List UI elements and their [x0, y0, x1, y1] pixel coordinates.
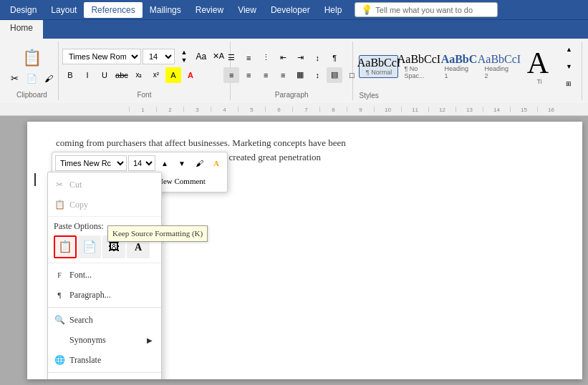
tell-me-search[interactable]: 💡 Tell me what you want to do	[355, 2, 498, 17]
styles-down-btn[interactable]: ▼	[561, 59, 577, 74]
decrease-indent-btn[interactable]: ⇤	[275, 50, 291, 66]
style-no-spacing-preview: AaBbCcI	[397, 54, 440, 65]
ft-size-select[interactable]: 14	[128, 155, 155, 171]
ctx-search[interactable]: 🔍 Search	[48, 310, 161, 330]
text-highlight-btn[interactable]: A	[165, 67, 181, 83]
font-size-controls: ▲ ▼	[176, 49, 192, 64]
subscript-btn[interactable]: x₂	[131, 67, 147, 83]
ctx-paragraph[interactable]: ¶ Paragraph...	[48, 285, 161, 305]
ctx-synonyms[interactable]: Synonyms ▶	[48, 330, 161, 350]
styles-up-btn[interactable]: ▲	[561, 42, 577, 57]
font-color-btn[interactable]: A	[183, 67, 198, 83]
superscript-btn[interactable]: x²	[148, 67, 164, 83]
format-painter-btn[interactable]: 🖌	[41, 71, 57, 87]
align-right-btn[interactable]: ≡	[258, 67, 274, 83]
paste-merge-btn[interactable]: 📄	[78, 235, 101, 258]
menu-mailings[interactable]: Mailings	[143, 2, 188, 18]
style-normal-preview: AaBbCcI	[357, 57, 400, 69]
font-family-select[interactable]: Times New Roman	[62, 49, 141, 64]
ctx-synonyms-label: Synonyms	[69, 333, 143, 346]
ruler-mark: 3	[183, 107, 211, 112]
ft-format-painter-btn[interactable]: 🖌	[191, 155, 207, 171]
clipboard-label: Clipboard	[16, 91, 47, 100]
decrease-font-btn[interactable]: ▼	[176, 57, 192, 64]
search-icon: 🔍	[54, 314, 65, 326]
menu-references[interactable]: References	[84, 2, 142, 18]
font-row1: Times New Roman 14 ▲ ▼ Aa ✕A	[62, 49, 226, 64]
align-left-btn[interactable]: ≡	[223, 67, 239, 83]
paste-btn[interactable]: 📋	[20, 47, 43, 69]
style-title-preview: A	[527, 48, 551, 78]
style-heading1-label: Heading 1	[444, 65, 473, 79]
ctx-search-label: Search	[69, 313, 153, 326]
justify-btn[interactable]: ≡	[275, 67, 291, 83]
change-case-btn[interactable]: Aa	[193, 49, 209, 64]
ctx-translate[interactable]: 🌐 Translate	[48, 350, 161, 370]
search-placeholder: Tell me what you want to do	[375, 6, 473, 14]
menu-layout[interactable]: Layout	[44, 2, 84, 18]
paste-keep-source-btn[interactable]: 📋	[54, 235, 77, 258]
ctx-font[interactable]: F Font...	[48, 265, 161, 285]
document-page[interactable]: coming from purchasers that affect busin…	[27, 122, 582, 379]
ctx-link[interactable]: 🔗 Link	[48, 375, 161, 379]
bold-btn[interactable]: B	[62, 67, 78, 83]
sort-btn[interactable]: ↕	[309, 50, 325, 66]
menu-help[interactable]: Help	[317, 2, 350, 18]
style-heading2[interactable]: AaBbCcI Heading 2	[479, 52, 519, 82]
shading-btn[interactable]: ▤	[327, 67, 342, 83]
copy-btn[interactable]: 📄	[24, 71, 39, 87]
italic-btn[interactable]: I	[79, 67, 95, 83]
ctx-copy[interactable]: 📋 Copy	[48, 195, 161, 215]
ribbon-tabs: Home	[0, 20, 588, 39]
show-hide-btn[interactable]: ¶	[327, 50, 342, 66]
float-toolbar-row1: Times New Rc 14 ▲ ▼ 🖌 A	[55, 155, 224, 171]
increase-font-btn[interactable]: ▲	[176, 49, 192, 57]
menu-developer[interactable]: Developer	[264, 2, 317, 18]
styles-label: Styles	[359, 92, 576, 101]
style-normal[interactable]: AaBbCcI ¶ Normal	[359, 55, 398, 78]
lightbulb-icon: 💡	[361, 4, 372, 15]
column-btn[interactable]: ▦	[292, 67, 308, 83]
ribbon-group-paragraph: ☰ ≡ ⋮ ⇤ ⇥ ↕ ¶ ≡ ≡ ≡ ≡ ▦ ↕ ▤ □ Paragraph	[231, 42, 354, 100]
numbering-btn[interactable]: ≡	[241, 50, 256, 66]
menu-design[interactable]: Design	[3, 2, 44, 18]
align-center-btn[interactable]: ≡	[241, 67, 256, 83]
ctx-separator1	[48, 307, 161, 308]
ctx-copy-label: Copy	[69, 198, 153, 211]
cut-btn[interactable]: ✂	[6, 71, 22, 87]
underline-btn[interactable]: U	[97, 67, 112, 83]
ft-text-color-btn[interactable]: A	[208, 155, 224, 171]
ft-font-select[interactable]: Times New Rc	[55, 155, 127, 171]
menu-view[interactable]: View	[231, 2, 264, 18]
line-spacing-btn[interactable]: ↕	[309, 67, 325, 83]
cursor	[34, 173, 36, 186]
ruler-mark: 8	[319, 107, 347, 112]
ctx-translate-label: Translate	[69, 354, 153, 366]
ft-shrink-btn[interactable]: ▼	[174, 155, 190, 171]
styles-more-btn[interactable]: ⊞	[561, 76, 577, 92]
increase-indent-btn[interactable]: ⇥	[292, 50, 308, 66]
synonyms-arrow: ▶	[147, 335, 153, 346]
ctx-cut-label: Cut	[69, 178, 153, 191]
style-heading1[interactable]: AaBbC Heading 1	[439, 52, 478, 82]
strikethrough-btn[interactable]: abc	[114, 67, 130, 83]
ruler-mark: 7	[292, 107, 319, 112]
ribbon-tab-home[interactable]: Home	[0, 20, 43, 39]
ruler-mark: 15	[510, 107, 537, 112]
style-heading2-label: Heading 2	[484, 65, 514, 79]
ruler-mark: 14	[483, 107, 510, 112]
ft-grow-btn[interactable]: ▲	[157, 155, 173, 171]
style-title[interactable]: A Ti	[519, 46, 559, 87]
bullets-btn[interactable]: ☰	[223, 50, 239, 66]
menu-review[interactable]: Review	[188, 2, 231, 18]
ft-new-comment-btn[interactable]: New Comment	[154, 173, 209, 189]
ctx-cut[interactable]: ✂ Cut	[48, 175, 161, 195]
translate-icon: 🌐	[54, 354, 65, 366]
style-no-spacing[interactable]: AaBbCcI ¶ No Spac...	[399, 52, 438, 82]
font-size-select[interactable]: 14	[143, 49, 175, 64]
cut-icon: ✂	[54, 179, 65, 190]
context-menu: ✂ Cut 📋 Copy Paste Options: 📋 📄	[47, 172, 162, 379]
ruler-mark: 6	[265, 107, 292, 112]
ruler-mark: 5	[238, 107, 265, 112]
multilevel-btn[interactable]: ⋮	[258, 50, 274, 66]
